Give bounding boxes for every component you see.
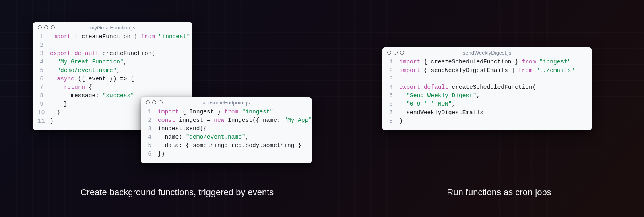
code-block: 1import { createScheduledFunction } from… [382,56,592,130]
code-line: 6 "0 9 * * MON", [387,100,585,108]
code-line-text: inngest.send({ [158,125,305,133]
line-number: 3 [387,75,399,83]
line-number: 7 [387,108,399,117]
code-line: 2import { sendWeeklyDigestEmails } from … [387,66,585,75]
window-dots [146,100,163,104]
line-number: 7 [38,83,50,92]
window-dot-icon [152,100,156,104]
window-dot-icon [146,100,150,104]
line-number: 1 [38,33,50,41]
window-dot-icon [44,25,48,29]
window-dot-icon [38,25,42,29]
line-number: 1 [387,58,399,66]
code-line: 8) [387,117,585,125]
caption-right: Run functions as cron jobs [354,187,644,198]
window-dot-icon [394,51,398,55]
caption-left: Create background functions, triggered b… [0,187,354,198]
line-number: 4 [146,133,158,141]
code-line: 3 [387,75,585,83]
code-line: 4 name: "demo/event.name", [146,133,305,141]
line-number: 1 [146,108,158,116]
columns: myGreatFunction.js 1import { createFunct… [0,0,644,217]
line-number: 5 [146,141,158,150]
code-line: 7 return { [38,83,186,92]
line-number: 4 [387,83,399,92]
code-line: 1import { Inngest } from "inngest" [146,108,305,116]
column-left: myGreatFunction.js 1import { createFunct… [0,0,354,217]
line-number: 2 [387,66,399,75]
code-line: 2const inngest = new Inngest({ name: "My… [146,116,305,125]
code-line-text: name: "demo/event.name", [158,133,305,141]
window-dots [38,25,55,29]
code-line: 4 "My Great Function", [38,58,186,66]
window-dot-icon [159,100,163,104]
code-line-text [50,41,186,49]
code-line-text: sendWeeklyDigestEmails [399,108,585,117]
code-line-text: import { createFunction } from "inngest" [50,33,190,41]
line-number: 2 [38,41,50,49]
code-line-text: const inngest = new Inngest({ name: "My … [158,116,312,125]
code-line-text: "Send Weekly Digest", [399,92,585,100]
code-line-text: import { Inngest } from "inngest" [158,108,305,116]
code-line: 6}) [146,150,305,158]
line-number: 4 [38,58,50,66]
line-number: 9 [38,100,50,108]
code-line-text: }) [158,150,305,158]
code-line-text [399,75,585,83]
code-line: 3export default createFunction( [38,49,186,58]
card-filename: sendWeeklyDigest.js [382,50,592,56]
code-line: 3inngest.send({ [146,125,305,133]
code-line-text: ) [399,117,585,125]
code-line: 5 data: { something: req.body.something … [146,141,305,150]
code-line-text: import { createScheduledFunction } from … [399,58,585,66]
code-line: 5 "Send Weekly Digest", [387,92,585,100]
card-header: myGreatFunction.js [33,22,192,31]
column-right: sendWeeklyDigest.js 1import { createSche… [354,0,644,217]
card-send-weekly-digest: sendWeeklyDigest.js 1import { createSche… [382,47,592,130]
line-number: 2 [146,116,158,125]
line-number: 8 [387,117,399,125]
code-line-text: export default createScheduledFunction( [399,83,585,92]
code-line-text: return { [50,83,186,92]
line-number: 5 [387,92,399,100]
code-line: 6 async ({ event }) => { [38,75,186,83]
code-line: 4export default createScheduledFunction( [387,83,585,92]
code-line: 2 [38,41,186,49]
line-number: 6 [146,150,158,158]
window-dot-icon [400,51,404,55]
line-number: 5 [38,66,50,75]
code-line: 1import { createScheduledFunction } from… [387,58,585,66]
code-line-text: "demo/event.name", [50,66,186,75]
line-number: 8 [38,92,50,100]
window-dot-icon [387,51,391,55]
card-filename: api/someEndpoint.js [141,100,312,106]
card-header: api/someEndpoint.js [141,97,312,106]
line-number: 6 [387,100,399,108]
code-line-text: "0 9 * * MON", [399,100,585,108]
card-header: sendWeeklyDigest.js [382,47,592,56]
code-line-text: "My Great Function", [50,58,186,66]
line-number: 3 [38,49,50,58]
code-block: 1import { Inngest } from "inngest"2const… [141,106,312,163]
window-dots [387,51,404,55]
window-dot-icon [51,25,55,29]
code-line-text: export default createFunction( [50,49,186,58]
card-filename: myGreatFunction.js [33,25,192,31]
code-line: 5 "demo/event.name", [38,66,186,75]
card-api-endpoint: api/someEndpoint.js 1import { Inngest } … [141,97,312,163]
line-number: 11 [38,117,50,125]
line-number: 10 [38,108,50,117]
code-line-text: async ({ event }) => { [50,75,186,83]
line-number: 6 [38,75,50,83]
code-line: 7 sendWeeklyDigestEmails [387,108,585,117]
code-line: 1import { createFunction } from "inngest… [38,33,186,41]
code-line-text: data: { something: req.body.something } [158,141,305,150]
line-number: 3 [146,125,158,133]
code-line-text: import { sendWeeklyDigestEmails } from "… [399,66,585,75]
